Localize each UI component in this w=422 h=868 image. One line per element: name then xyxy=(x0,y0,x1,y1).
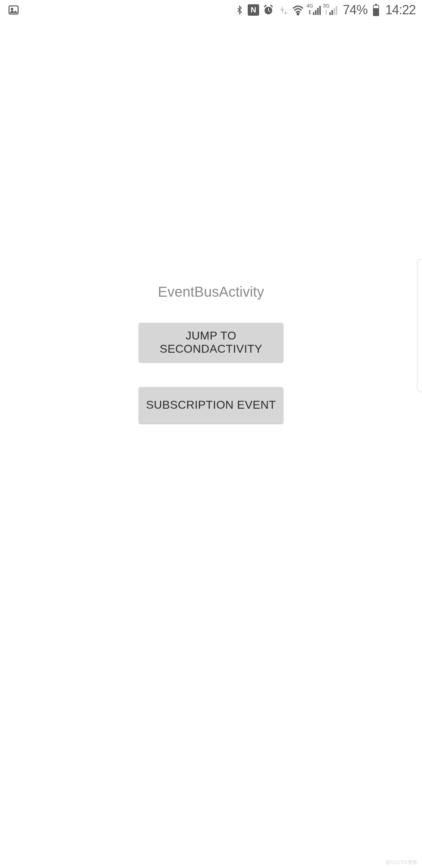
battery-icon xyxy=(372,4,380,16)
picture-icon xyxy=(7,4,20,16)
watermark: @51CTO博客 xyxy=(385,859,418,866)
jump-to-secondactivity-button[interactable]: JUMP TO SECONDACTIVITY xyxy=(139,323,283,362)
edge-panel-handle[interactable] xyxy=(417,259,422,392)
signal-4g-icon: 4G ▲▼ xyxy=(307,5,321,15)
status-left xyxy=(6,4,21,16)
nfc-icon: N xyxy=(248,4,259,16)
battery-percentage: 74% xyxy=(343,2,367,17)
svg-rect-7 xyxy=(374,6,379,8)
signal-3g-icon: 3G ▲▼ xyxy=(324,5,337,15)
wifi-icon xyxy=(292,5,304,15)
status-clock: 14:22 xyxy=(385,2,416,17)
activity-content: EventBusActivity JUMP TO SECONDACTIVITY … xyxy=(0,20,422,868)
charging-icon xyxy=(278,5,288,15)
status-bar: N 4G ▲▼ xyxy=(0,0,422,20)
bluetooth-icon xyxy=(235,4,244,16)
subscription-event-button[interactable]: SUBSCRIPTION EVENT xyxy=(139,387,283,423)
alarm-icon xyxy=(263,4,274,16)
activity-title: EventBusActivity xyxy=(158,284,264,300)
svg-rect-5 xyxy=(375,4,377,5)
status-right: N 4G ▲▼ xyxy=(234,2,416,17)
svg-point-1 xyxy=(11,8,13,10)
svg-point-4 xyxy=(297,13,299,15)
